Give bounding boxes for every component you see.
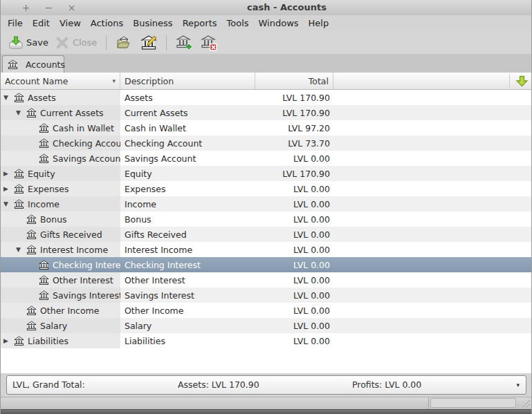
account-total-cell: LVL 0.00 bbox=[255, 333, 333, 348]
header-account-name[interactable]: Account Name ▾ bbox=[1, 73, 120, 89]
account-description-cell: Liabilities bbox=[120, 333, 255, 348]
tab-accounts[interactable]: Accounts bbox=[2, 55, 64, 73]
row-filler bbox=[333, 211, 531, 227]
tree-expander-icon[interactable]: ▶ bbox=[3, 170, 14, 177]
save-button[interactable]: Save bbox=[6, 33, 53, 53]
account-description-cell: Other Income bbox=[120, 303, 255, 318]
close-button[interactable]: Close bbox=[53, 33, 101, 53]
account-row[interactable]: Bonus Bonus LVL 0.00 bbox=[1, 211, 531, 227]
account-description-cell: Salary bbox=[120, 318, 255, 333]
new-account-icon bbox=[176, 35, 192, 51]
menu-reports[interactable]: Reports bbox=[178, 16, 222, 30]
account-name-label: Bonus bbox=[40, 214, 67, 225]
summary-assets: Assets: LVL 170.90 bbox=[178, 376, 259, 394]
tree-expander-icon[interactable]: ▼ bbox=[16, 246, 26, 253]
menu-business[interactable]: Business bbox=[128, 16, 177, 30]
menu-help[interactable]: Help bbox=[304, 16, 334, 30]
account-total-cell: LVL 170.90 bbox=[255, 90, 333, 105]
account-name-label: Checking Interest bbox=[53, 260, 120, 270]
account-row[interactable]: Salary Salary LVL 0.00 bbox=[1, 318, 531, 333]
save-icon bbox=[8, 35, 24, 51]
menu-file[interactable]: File bbox=[3, 16, 28, 30]
tree-expander-icon[interactable]: ▼ bbox=[3, 200, 14, 207]
account-name-label: Savings Account bbox=[53, 153, 120, 164]
bank-icon bbox=[39, 138, 50, 149]
account-row[interactable]: Checking Interest Checking Interest LVL … bbox=[1, 257, 531, 272]
tab-bar: Accounts bbox=[1, 54, 531, 73]
row-filler bbox=[333, 120, 531, 135]
account-name-label: Gifts Received bbox=[40, 229, 102, 240]
menu-view[interactable]: View bbox=[55, 16, 86, 30]
account-row[interactable]: ▶ Liabilities Liabilities LVL 0.00 bbox=[1, 333, 531, 348]
row-filler bbox=[333, 257, 531, 272]
row-filler bbox=[333, 135, 531, 151]
account-name-cell: ▼ Income bbox=[1, 196, 120, 211]
tree-expander-icon[interactable]: ▼ bbox=[3, 94, 14, 101]
account-name-label: Other Income bbox=[40, 305, 99, 316]
account-row[interactable]: ▼ Current Assets Current Assets LVL 170.… bbox=[1, 105, 531, 120]
account-description-cell: Income bbox=[120, 196, 255, 211]
toolbar-separator bbox=[106, 35, 107, 50]
account-row[interactable]: ▼ Assets Assets LVL 170.90 bbox=[1, 90, 531, 105]
header-separator bbox=[509, 74, 510, 88]
header-description-label: Description bbox=[125, 76, 174, 86]
account-row[interactable]: Other Income Other Income LVL 0.00 bbox=[1, 303, 531, 318]
account-total-cell: LVL 73.70 bbox=[255, 135, 333, 151]
menu-windows[interactable]: Windows bbox=[254, 16, 304, 30]
tree-expander-icon[interactable]: ▼ bbox=[16, 109, 26, 116]
account-row[interactable]: ▶ Equity Equity LVL 170.90 bbox=[1, 166, 531, 181]
account-description-cell: Gifts Received bbox=[120, 227, 255, 242]
menu-actions[interactable]: Actions bbox=[86, 16, 129, 30]
account-description-cell: Cash in Wallet bbox=[120, 120, 255, 135]
summary-bar[interactable]: LVL, Grand Total: Assets: LVL 170.90 Pro… bbox=[6, 375, 526, 395]
column-options-button[interactable] bbox=[513, 74, 530, 88]
account-total-cell: LVL 0.00 bbox=[255, 227, 333, 242]
account-name-cell: Other Interest bbox=[1, 272, 120, 288]
row-filler bbox=[333, 272, 531, 288]
delete-account-icon bbox=[201, 35, 217, 51]
close-icon bbox=[54, 35, 71, 51]
account-row[interactable]: Other Interest Other Interest LVL 0.00 bbox=[1, 272, 531, 288]
edit-account-button[interactable] bbox=[138, 33, 160, 53]
status-bar bbox=[1, 397, 531, 409]
account-row[interactable]: ▼ Interest Income Interest Income LVL 0.… bbox=[1, 242, 531, 257]
account-name-cell: ▶ Liabilities bbox=[1, 333, 120, 348]
open-account-button[interactable] bbox=[113, 33, 135, 53]
menu-edit[interactable]: Edit bbox=[28, 16, 55, 30]
account-row[interactable]: Savings Account Savings Account LVL 0.00 bbox=[1, 151, 531, 166]
header-description[interactable]: Description bbox=[120, 73, 255, 89]
account-total-cell: LVL 0.00 bbox=[255, 196, 333, 211]
account-name-cell: Bonus bbox=[1, 211, 120, 227]
new-account-button[interactable] bbox=[173, 33, 195, 53]
menu-tools[interactable]: Tools bbox=[222, 16, 254, 30]
account-description-cell: Savings Interest bbox=[120, 288, 255, 303]
header-total[interactable]: Total bbox=[255, 73, 333, 89]
title-bar[interactable]: + − × cash - Accounts bbox=[1, 0, 531, 16]
account-row[interactable]: ▶ Expenses Expenses LVL 0.00 bbox=[1, 181, 531, 196]
row-filler bbox=[333, 288, 531, 303]
account-description-cell: Bonus bbox=[120, 211, 255, 227]
account-description-cell: Equity bbox=[120, 166, 255, 181]
account-name-cell: Savings Interest bbox=[1, 288, 120, 303]
account-row[interactable]: Savings Interest Savings Interest LVL 0.… bbox=[1, 288, 531, 303]
account-row[interactable]: Cash in Wallet Cash in Wallet LVL 97.20 bbox=[1, 120, 531, 135]
account-name-cell: Gifts Received bbox=[1, 227, 120, 242]
delete-account-button[interactable] bbox=[198, 33, 220, 53]
green-down-arrow-icon bbox=[515, 75, 529, 87]
tree-expander-icon[interactable]: ▶ bbox=[3, 337, 14, 344]
account-description-cell: Checking Account bbox=[120, 135, 255, 151]
bank-icon bbox=[26, 108, 37, 118]
tree-expander-icon[interactable]: ▶ bbox=[3, 185, 14, 192]
account-name-label: Assets bbox=[28, 93, 56, 103]
summary-dropdown-icon[interactable]: ▾ bbox=[516, 376, 520, 394]
resize-grip[interactable] bbox=[520, 398, 531, 408]
bank-icon bbox=[39, 123, 50, 133]
sort-indicator-icon: ▾ bbox=[112, 77, 116, 84]
bank-icon bbox=[14, 93, 25, 103]
account-name-label: Current Assets bbox=[40, 108, 104, 118]
bank-icon bbox=[26, 321, 37, 331]
account-row[interactable]: ▼ Income Income LVL 0.00 bbox=[1, 196, 531, 211]
tree-empty-area[interactable] bbox=[1, 348, 531, 373]
account-row[interactable]: Gifts Received Gifts Received LVL 0.00 bbox=[1, 227, 531, 242]
account-row[interactable]: Checking Account Checking Account LVL 73… bbox=[1, 135, 531, 151]
